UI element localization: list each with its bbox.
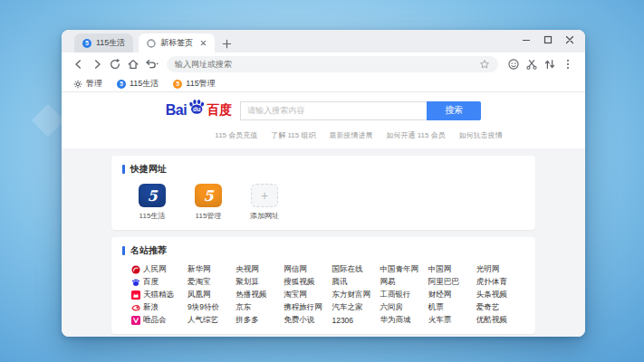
site-link[interactable]: 京东: [235, 302, 284, 312]
site-link[interactable]: 搜狐视频: [284, 277, 332, 287]
site-link[interactable]: 爱淘宝: [187, 277, 235, 287]
baidu-search-area: Bai du 百度: [62, 92, 585, 148]
address-input[interactable]: [175, 60, 479, 69]
baidu-search-input[interactable]: [240, 101, 427, 120]
bookmark-label: 115生活: [130, 78, 159, 90]
tab-new-tab[interactable]: 新标签页: [139, 33, 215, 52]
bookmark-115-life[interactable]: 5 115生活: [117, 78, 159, 90]
site-link[interactable]: 汽车之家: [332, 302, 380, 312]
tab-close-icon[interactable]: [200, 40, 207, 46]
new-tab-favicon: [147, 39, 156, 48]
site-link[interactable]: 机票: [428, 302, 476, 312]
bookmark-label: 115管理: [186, 78, 215, 90]
hot-links-row: 115 会员充值 了解 115 组织 最新疫情进展 如何开通 115 会员 如何…: [132, 123, 585, 148]
site-link[interactable]: 工商银行: [380, 290, 428, 300]
site-link[interactable]: 聚划算: [235, 277, 284, 287]
tab-strip: 5 115生活 新标签页: [62, 30, 585, 52]
site-link[interactable]: 东方财富网: [332, 290, 380, 300]
back-button[interactable]: [70, 55, 88, 73]
quick-site-115-life[interactable]: 5 115生活: [131, 184, 173, 221]
browser-window: 5 115生活 新标签页: [62, 30, 585, 337]
home-button[interactable]: [124, 55, 142, 73]
site-link[interactable]: 9块9特价: [187, 302, 235, 312]
hot-link[interactable]: 如何开通 115 会员: [386, 130, 445, 140]
site-link[interactable]: 人气综艺: [187, 315, 235, 325]
baidu-search-button[interactable]: 搜索: [427, 101, 481, 120]
site-link[interactable]: 中国网: [428, 264, 476, 274]
site-link[interactable]: 热播视频: [235, 290, 284, 300]
site-link[interactable]: 国际在线: [332, 264, 380, 274]
menu-kebab-icon[interactable]: [559, 55, 577, 73]
site-cell: 新浪: [131, 302, 187, 312]
people-daily-icon: [131, 265, 140, 274]
bookmark-manage[interactable]: 管理: [73, 78, 102, 90]
tab-115-life[interactable]: 5 115生活: [74, 33, 133, 52]
site-link[interactable]: 六间房: [380, 302, 428, 312]
site-link[interactable]: 头条视频: [476, 290, 524, 300]
site-link[interactable]: 新浪: [143, 302, 159, 313]
tile-label: 添加网址: [244, 211, 285, 221]
site-cell: 唯品会: [131, 315, 187, 325]
bookmark-label: 管理: [86, 78, 102, 90]
add-site-tile[interactable]: +: [251, 184, 278, 207]
hot-link[interactable]: 115 会员充值: [215, 130, 257, 140]
window-controls: [522, 35, 574, 44]
hot-link[interactable]: 了解 115 组织: [271, 130, 315, 140]
forward-button[interactable]: [88, 55, 106, 73]
reload-button[interactable]: [106, 55, 124, 73]
tab-favicon-115: 5: [82, 39, 91, 48]
gear-icon: [73, 80, 82, 89]
site-link[interactable]: 凤凰网: [187, 290, 235, 300]
vipshop-icon: [131, 316, 140, 325]
feedback-face-icon[interactable]: [505, 55, 523, 73]
bookmark-115-manage[interactable]: 5 115管理: [173, 78, 215, 90]
site-cell: 天猫精选: [131, 290, 187, 300]
baidu-logo: Bai du 百度: [166, 98, 232, 123]
address-bar[interactable]: [167, 56, 498, 72]
minimize-button[interactable]: [522, 35, 531, 44]
quick-site-115-manage[interactable]: 5 115管理: [187, 184, 229, 221]
tile-115-manage[interactable]: 5: [195, 184, 222, 207]
site-link[interactable]: 华为商城: [380, 315, 428, 325]
site-link[interactable]: 携程旅行网: [284, 302, 332, 312]
baidu-logo-cn: 百度: [207, 102, 232, 119]
site-link[interactable]: 拼多多: [235, 315, 284, 325]
site-link[interactable]: 财经网: [428, 290, 476, 300]
site-link[interactable]: 网易: [380, 277, 428, 287]
favicon-115-manage: 5: [173, 80, 182, 89]
traffic-updown-icon[interactable]: [541, 55, 559, 73]
site-link[interactable]: 网信网: [284, 264, 332, 274]
site-link[interactable]: 唯品会: [143, 315, 167, 326]
site-link[interactable]: 12306: [332, 315, 380, 325]
screenshot-scissors-icon[interactable]: [523, 55, 541, 73]
site-link[interactable]: 天猫精选: [143, 290, 174, 300]
add-site-button[interactable]: + 添加网址: [244, 184, 285, 221]
site-link[interactable]: 虎扑体育: [476, 277, 524, 287]
site-link[interactable]: 中国青年网: [380, 264, 428, 274]
site-link[interactable]: 百度: [143, 277, 159, 288]
baidu-paw-icon: du: [187, 98, 206, 119]
site-link[interactable]: 阿里巴巴: [428, 277, 476, 287]
undo-navigation-icon[interactable]: [142, 55, 160, 73]
new-tab-page: Bai du 百度: [62, 92, 585, 337]
site-link[interactable]: 光明网: [476, 264, 524, 274]
background-decoration: [32, 104, 65, 138]
site-link[interactable]: 火车票: [428, 315, 476, 325]
site-link[interactable]: 淘宝网: [284, 290, 332, 300]
site-link[interactable]: 人民网: [143, 264, 167, 275]
tile-115-life[interactable]: 5: [139, 184, 166, 207]
site-link[interactable]: 央视网: [235, 264, 284, 274]
site-link[interactable]: 爱奇艺: [476, 302, 524, 312]
baidu-logo-bai: Bai: [166, 102, 187, 119]
maximize-button[interactable]: [543, 35, 553, 44]
sites-grid: 人民网 新华网 央视网 网信网 国际在线 中国青年网 中国网 光明网 百度: [122, 257, 524, 325]
new-tab-button[interactable]: [222, 39, 232, 49]
hot-link[interactable]: 最新疫情进展: [329, 130, 372, 140]
site-link[interactable]: 免费小说: [284, 315, 332, 325]
site-link[interactable]: 优酷视频: [476, 315, 524, 325]
close-button[interactable]: [565, 35, 574, 44]
bookmark-star-icon[interactable]: [479, 59, 490, 70]
site-link[interactable]: 新华网: [187, 264, 235, 274]
site-link[interactable]: 腾讯: [332, 277, 380, 287]
hot-link[interactable]: 如何抗击疫情: [459, 130, 503, 140]
